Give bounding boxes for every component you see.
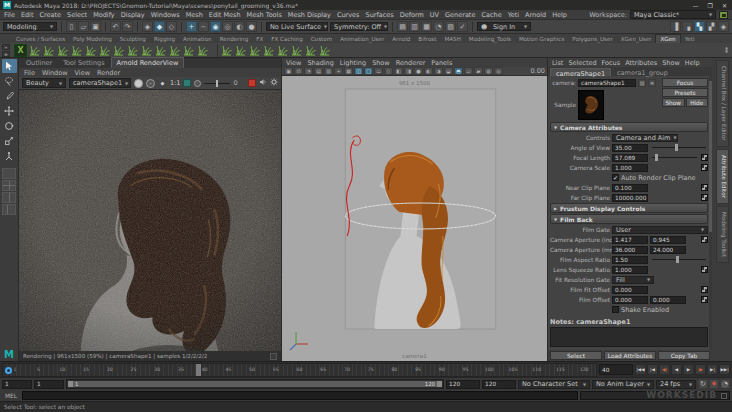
swatch-icon[interactable]: ▧	[638, 79, 646, 87]
pause-render-button[interactable]: –	[146, 79, 155, 88]
wireframe-on-shaded-icon[interactable]: ▰	[474, 67, 483, 75]
film-aspect-slider[interactable]	[652, 259, 706, 260]
aperture-mm-v-field[interactable]: 24.000	[650, 246, 686, 254]
step-forward-frame-button[interactable]: ▶|	[707, 364, 718, 375]
menu-item[interactable]: Mesh Tools	[247, 11, 282, 19]
layout-four-pane-button[interactable]	[2, 180, 16, 191]
shelf-tab[interactable]: Sculpting	[116, 35, 150, 43]
snap-view-plane-icon[interactable]: ◐	[234, 21, 245, 32]
go-to-start-button[interactable]: |◀◀	[635, 364, 646, 375]
lighting-icon[interactable]: ●	[414, 67, 423, 75]
select-camera-icon[interactable]: ▣	[284, 67, 293, 75]
menu-item[interactable]: Renderer	[396, 59, 426, 67]
redo-icon[interactable]: ↷	[122, 21, 133, 32]
menu-item[interactable]: Selected	[568, 59, 596, 67]
shadows-icon[interactable]: ◐	[424, 67, 433, 75]
step-forward-key-button[interactable]: |▶	[695, 364, 706, 375]
load-attributes-button[interactable]: Load Attributes	[604, 351, 656, 360]
shelf-tab[interactable]: Bifrost	[414, 35, 440, 43]
section-film-back[interactable]: ▼ Film Back	[550, 214, 708, 224]
xray-icon[interactable]: ▱	[464, 67, 473, 75]
menu-item[interactable]: UV	[430, 11, 439, 19]
texture-map-button[interactable]	[701, 266, 708, 273]
xgen-editor-icon[interactable]: X	[14, 44, 27, 57]
workspace-controls-icon[interactable]: ◈	[718, 21, 729, 32]
xgen-density-icon[interactable]	[154, 44, 167, 57]
menu-item[interactable]: Render	[97, 69, 120, 77]
launch-renderview-icon[interactable]: ✓	[457, 21, 468, 32]
xgen-add-guide-icon[interactable]	[56, 44, 69, 57]
toggle-tool-settings-icon[interactable]: ▗	[682, 21, 693, 32]
menu-item[interactable]: Display	[121, 11, 145, 19]
save-scene-icon[interactable]: ▣	[90, 21, 101, 32]
menu-item[interactable]: Help	[552, 11, 567, 19]
xgen-sculpt-guides-icon[interactable]	[70, 44, 83, 57]
fit-gate-select[interactable]: Fill ▼	[612, 276, 654, 284]
use-all-lights-icon[interactable]: ◎	[494, 67, 503, 75]
menu-item[interactable]: Shading	[307, 59, 333, 67]
xgen-length-icon[interactable]	[98, 44, 111, 57]
shelf-tab[interactable]: Rigging	[150, 35, 179, 43]
menu-item[interactable]: Arnold	[525, 11, 546, 19]
playback-loop-icon[interactable]: ↻	[698, 379, 708, 389]
menu-item[interactable]: Show	[662, 59, 680, 67]
xgen-noise-icon[interactable]	[126, 44, 139, 57]
show-button[interactable]: Show	[662, 98, 685, 107]
textured-icon[interactable]: ◍	[484, 67, 493, 75]
select-button[interactable]: Select	[550, 351, 602, 360]
layout-two-pane-button[interactable]	[2, 192, 16, 203]
film-gate-icon[interactable]: ◫	[354, 67, 363, 75]
film-gate-select[interactable]: User ▼	[612, 226, 708, 234]
tab-camera1-group[interactable]: camera1_group	[612, 68, 673, 76]
section-frustum[interactable]: ▶ Frustum Display Controls	[550, 203, 708, 213]
abort-render-button[interactable]	[248, 79, 256, 87]
menu-item[interactable]: View	[75, 69, 90, 77]
film-aspect-field[interactable]: 1.50	[612, 256, 648, 264]
show-manipulator-tool[interactable]	[2, 149, 17, 163]
current-frame-field[interactable]: 40	[599, 364, 633, 375]
xgen-cut-icon[interactable]	[112, 44, 125, 57]
resolution-gate-icon[interactable]: □	[364, 67, 373, 75]
animation-end-field[interactable]: 120	[482, 380, 516, 389]
menu-item[interactable]: Mesh	[186, 11, 203, 19]
xgen-create-description-icon[interactable]	[28, 44, 41, 57]
render-frame-icon[interactable]: ▤	[397, 21, 408, 32]
slider-handle[interactable]	[655, 154, 658, 161]
minimize-button[interactable]: —	[693, 2, 699, 9]
near-clip-field[interactable]: 0.100	[612, 184, 648, 192]
slider-handle[interactable]	[675, 144, 678, 151]
menu-item[interactable]: Focus	[602, 59, 621, 67]
layout-single-pane-button[interactable]	[2, 168, 16, 179]
layout-outliner-persp-button[interactable]	[2, 204, 16, 215]
shelf-tab[interactable]: Rendering	[216, 35, 253, 43]
xgen-width-icon[interactable]	[168, 44, 181, 57]
film-offset-v-field[interactable]: 0.000	[650, 296, 686, 304]
shelf-tab[interactable]: Curves / Surfaces	[12, 35, 69, 43]
ipr-render-icon[interactable]: ▥	[409, 21, 420, 32]
scale-tool[interactable]	[2, 134, 17, 148]
current-frame-marker[interactable]	[196, 364, 201, 376]
camera-attributes-icon[interactable]: ◔	[304, 67, 313, 75]
shelf-tab[interactable]: Poly Modeling	[69, 35, 116, 43]
groom-comb-icon[interactable]	[248, 44, 261, 57]
zoom-ratio-button[interactable]: 1:1	[170, 79, 180, 87]
shelf-tab[interactable]: Motion Graphics	[515, 35, 568, 43]
angle-field[interactable]: 35.00	[612, 144, 648, 152]
auto-clip-checkbox[interactable]: ✓	[612, 174, 619, 181]
menu-item[interactable]: File	[24, 69, 35, 77]
groom-snap-icon[interactable]	[262, 44, 275, 57]
bookmarks-icon[interactable]: ▤	[314, 67, 323, 75]
step-back-key-button[interactable]: ◀|	[659, 364, 670, 375]
texture-map-button[interactable]	[701, 184, 708, 191]
close-button[interactable]: ✕	[722, 2, 727, 9]
shelf-tab[interactable]: Polygons_User	[568, 35, 616, 43]
step-back-frame-button[interactable]: |◀	[647, 364, 658, 375]
shelf-tab[interactable]: Animation	[179, 35, 216, 43]
toggle-modeling-toolkit-icon[interactable]: ▞	[706, 21, 717, 32]
screen-space-ao-icon[interactable]: ◑	[434, 67, 443, 75]
rotate-tool[interactable]	[2, 119, 17, 133]
menu-item[interactable]: Create	[39, 11, 61, 19]
lock-camera-icon[interactable]: ⊡	[294, 67, 303, 75]
focus-button[interactable]: Focus	[662, 78, 708, 87]
shelf-options-icon[interactable]: ▾	[2, 44, 10, 50]
